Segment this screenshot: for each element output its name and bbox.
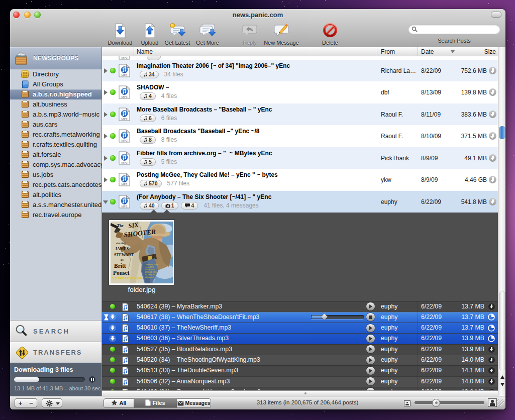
svg-text:all tapes of: all tapes of <box>145 276 154 278</box>
svg-text:for airing on: for airing on <box>145 274 155 276</box>
svg-text:JAMES: JAMES <box>115 247 129 251</box>
svg-text:The: The <box>117 224 124 228</box>
svg-text:broadcast in: broadcast in <box>145 269 155 271</box>
svg-text:Ponset: Ponset <box>113 270 130 276</box>
svg-text:OLD TIME RADIO IN MP3: OLD TIME RADIO IN MP3 <box>112 277 143 280</box>
svg-text:starring: starring <box>116 242 126 245</box>
svg-text:1953-54, CBS: 1953-54, CBS <box>145 271 157 273</box>
svg-text:Complete 39 ep: Complete 39 ep <box>145 264 158 266</box>
svg-text:Britt: Britt <box>114 263 126 269</box>
svg-text:as: as <box>121 258 124 261</box>
svg-text:STEWART: STEWART <box>114 253 134 257</box>
svg-text:run in MP3: run in MP3 <box>145 266 154 268</box>
